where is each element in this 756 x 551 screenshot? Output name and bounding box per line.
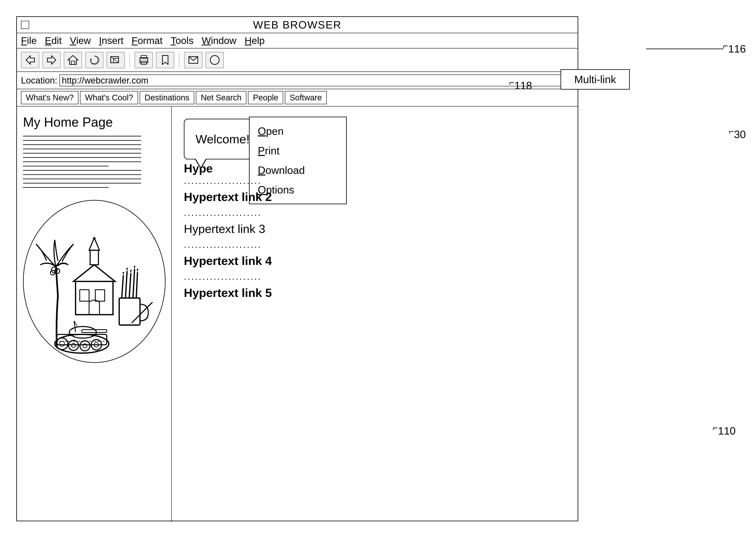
browser-title: WEB BROWSER [253,19,342,31]
bookmark-button[interactable] [156,52,174,68]
svg-marker-2 [68,56,78,65]
palm-tree [36,240,73,348]
text-line [23,140,141,141]
svg-point-44 [80,341,90,351]
svg-line-36 [132,302,152,323]
menu-tools[interactable]: Tools [171,35,193,46]
mail-button[interactable] [184,52,202,68]
nav-software[interactable]: Software [285,91,327,104]
back-icon [25,54,36,66]
mail-icon [188,54,199,66]
ref-110-label: ⌐110 [713,423,736,437]
menu-file[interactable]: File [21,35,37,46]
forward-button[interactable] [42,52,61,68]
svg-marker-4 [90,58,92,60]
svg-point-13 [210,56,219,65]
dots-4: ..................... [184,271,574,282]
text-line [23,187,108,188]
text-line [23,136,141,136]
menu-format[interactable]: Format [131,35,162,46]
stop-icon [209,54,220,66]
menu-edit[interactable]: Edit [45,35,62,46]
context-menu-print[interactable]: Print [250,141,346,160]
ref-116-label: ⌐116 [723,41,746,55]
text-line [23,149,141,149]
right-panel: Welcome! Open Print Download Options [172,106,578,522]
home-page-title: My Home Page [23,115,165,130]
menu-view[interactable]: View [70,35,91,46]
svg-marker-34 [134,266,135,269]
menu-window[interactable]: Window [201,35,236,46]
svg-marker-1 [47,56,56,64]
nav-destinations[interactable]: Destinations [140,91,194,104]
text-line [23,174,141,175]
nav-whats-new[interactable]: What's New? [21,91,78,104]
images-icon [110,54,121,66]
hypertext-link-3[interactable]: Hypertext link 3 [184,222,574,235]
svg-point-46 [60,341,65,346]
hypertext-links-area: ..................... Hypertext link 2 .… [184,172,574,303]
illustration-svg [24,200,165,362]
svg-line-30 [136,272,137,299]
svg-rect-25 [119,298,140,325]
dots-3: ..................... [184,240,574,250]
home-button[interactable] [64,52,82,68]
menu-bar: File Edit View Insert Format Tools Windo… [17,33,578,48]
menu-insert[interactable]: Insert [99,35,123,46]
hypertext-link-2[interactable]: Hypertext link 2 [184,190,574,203]
reload-icon [89,54,100,66]
multilink-button[interactable]: Multi-link [561,69,630,90]
reload-button[interactable] [85,52,103,68]
stop-button[interactable] [205,52,224,68]
hypertext-link-4[interactable]: Hypertext link 4 [184,254,574,267]
svg-rect-3 [71,61,75,65]
context-menu-open[interactable]: Open [250,121,346,141]
text-line [23,170,141,171]
home-icon [67,54,79,66]
left-panel: My Home Page [17,106,172,522]
text-line [23,153,141,153]
hypertext-link-5[interactable]: Hypertext link 5 [184,286,574,300]
svg-marker-11 [162,56,168,65]
back-button[interactable] [21,52,39,68]
bookmark-icon [160,54,171,66]
oval-illustration [23,200,165,363]
art-tools [119,266,154,325]
svg-rect-24 [95,290,105,301]
ref-30-label: ⌐30 [729,126,746,140]
svg-marker-33 [130,270,132,273]
svg-line-28 [129,273,131,299]
nav-whats-cool[interactable]: What's Cool? [80,91,138,104]
svg-line-27 [125,271,127,299]
svg-rect-41 [82,330,107,333]
browser-window: WEB BROWSER File Edit View Insert Format… [16,16,578,521]
text-line [23,178,141,179]
location-input[interactable] [59,74,563,86]
text-line [23,183,141,183]
toolbar [17,48,578,72]
nav-net-search[interactable]: Net Search [196,91,246,104]
print-icon [138,54,149,66]
title-bar: WEB BROWSER [17,17,578,33]
main-content: My Home Page [17,106,578,522]
svg-marker-20 [89,238,99,250]
toolbar-separator-1 [129,53,130,67]
nav-people[interactable]: People [248,91,283,104]
svg-marker-18 [73,265,115,282]
menu-help[interactable]: Help [244,35,265,46]
svg-marker-0 [26,56,34,64]
ref-bracket-116 [646,41,728,57]
tank [55,321,109,353]
images-button[interactable] [106,52,125,68]
text-line [23,157,141,158]
svg-marker-32 [126,268,128,271]
toolbar-separator-2 [179,53,179,67]
text-line [23,144,141,145]
multilink-label: Multi-link [574,73,616,85]
svg-point-43 [68,341,78,351]
text-line [23,166,108,166]
svg-line-29 [133,269,135,299]
svg-rect-23 [80,290,89,301]
print-button[interactable] [135,52,153,68]
close-button[interactable] [21,21,29,29]
